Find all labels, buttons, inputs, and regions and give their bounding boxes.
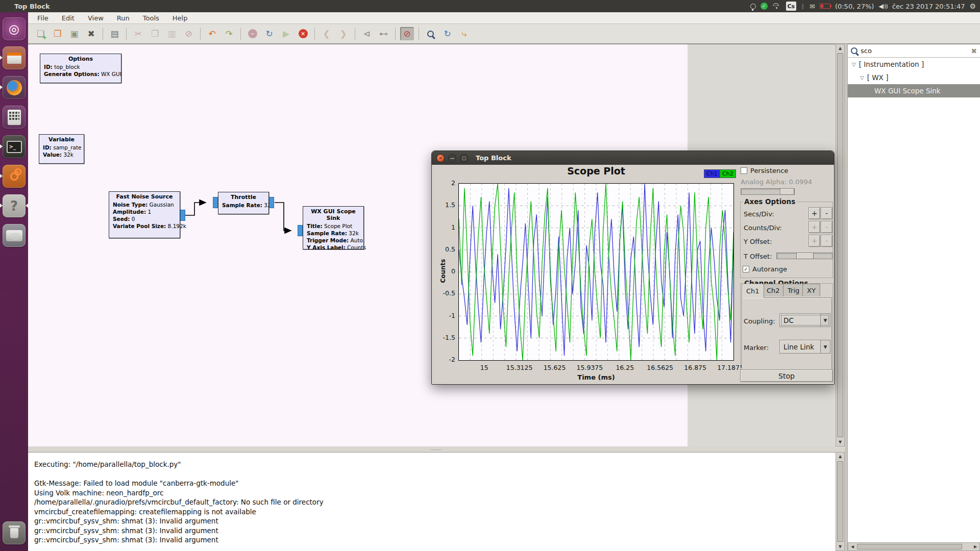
scope-sink-in-port[interactable] bbox=[298, 225, 303, 236]
minimize-icon[interactable]: — bbox=[448, 154, 456, 162]
marker-select[interactable]: Line Link ▼ bbox=[779, 340, 830, 354]
battery-status[interactable]: (0:50, 27%) bbox=[835, 2, 874, 11]
persistence-checkbox[interactable] bbox=[741, 167, 747, 174]
disk-utility-button[interactable] bbox=[3, 224, 26, 247]
volume-icon[interactable]: ◀))) bbox=[878, 2, 887, 11]
expander-icon[interactable]: ▽ bbox=[852, 62, 856, 67]
dash-home-button[interactable]: ◎ bbox=[3, 17, 26, 40]
execute-icon[interactable]: ▶ bbox=[279, 27, 293, 40]
clock[interactable]: čec 23 2017 20:51:47 bbox=[892, 2, 965, 11]
scroll-thumb[interactable] bbox=[857, 544, 962, 549]
copy-icon[interactable]: ❐ bbox=[148, 27, 162, 40]
scope-titlebar[interactable]: ✕ — □ Top Block bbox=[432, 151, 834, 165]
library-hscrollbar[interactable]: ◀ ▶ bbox=[848, 542, 980, 551]
block-variable[interactable]: Variable ID: samp_rateValue: 32k bbox=[39, 134, 84, 164]
session-gear-icon[interactable]: ⚙ bbox=[969, 2, 976, 11]
scroll-down-icon[interactable]: ▼ bbox=[836, 543, 844, 550]
menu-tools[interactable]: Tools bbox=[143, 14, 159, 22]
tree-category-instrumentation[interactable]: ▽ [ Instrumentation ] bbox=[848, 58, 980, 71]
scroll-down-icon[interactable]: ▼ bbox=[836, 438, 844, 446]
console-splitter[interactable]: ⸳⸳⸳⸳⸳⸳⸳ bbox=[28, 446, 845, 452]
counts-div-plus-button[interactable]: + bbox=[808, 221, 820, 233]
close-file-icon[interactable]: ✖ bbox=[84, 27, 98, 40]
chevron-down-icon[interactable]: ▼ bbox=[820, 340, 830, 353]
tree-item-wx-gui-scope-sink[interactable]: WX GUI Scope Sink bbox=[848, 84, 980, 97]
reload-icon[interactable]: ↻ bbox=[262, 27, 276, 40]
stop-button[interactable]: Stop bbox=[740, 369, 833, 382]
scroll-up-icon[interactable]: ▲ bbox=[836, 44, 844, 52]
maximize-icon[interactable]: □ bbox=[460, 154, 468, 162]
menu-view[interactable]: View bbox=[88, 14, 104, 22]
console-panel[interactable]: Executing: "/home/parallella/top_block.p… bbox=[28, 452, 836, 551]
gnuradio-companion-button[interactable] bbox=[3, 165, 26, 188]
secs-div-plus-button[interactable]: + bbox=[808, 207, 820, 219]
block-options[interactable]: Options ID: top_blockGenerate Options: W… bbox=[40, 54, 121, 83]
back-icon[interactable]: ❮ bbox=[320, 27, 333, 40]
paste-icon[interactable]: ▥ bbox=[165, 27, 179, 40]
update-shield-icon[interactable]: ✓ bbox=[761, 2, 768, 11]
forward-icon[interactable]: ❯ bbox=[336, 27, 350, 40]
errors-icon[interactable]: − bbox=[246, 27, 259, 40]
kill-icon[interactable]: ✕ bbox=[296, 27, 310, 40]
cut-icon[interactable]: ✂ bbox=[131, 27, 145, 40]
throttle-in-port[interactable] bbox=[213, 197, 218, 208]
disconnect-icon[interactable]: ⊷ bbox=[377, 27, 390, 40]
noise-out-port[interactable] bbox=[180, 210, 185, 221]
slider-thumb[interactable] bbox=[780, 188, 794, 195]
toggle-port-labels-icon[interactable]: ⊲ bbox=[360, 27, 374, 40]
delete-icon[interactable]: ⊘ bbox=[182, 27, 195, 40]
chevron-down-icon[interactable]: ▼ bbox=[820, 314, 830, 327]
tab-trig[interactable]: Trig bbox=[783, 284, 804, 296]
open-hier-icon[interactable]: ⤷ bbox=[457, 27, 471, 40]
hide-disabled-blocks-icon[interactable]: ⊘ bbox=[400, 27, 414, 40]
block-fast-noise-source[interactable]: Fast Noise Source Noise Type: GaussianAm… bbox=[109, 191, 180, 238]
block-wx-gui-scope-sink[interactable]: WX GUI Scope Sink Title: Scope PlotSampl… bbox=[303, 206, 364, 249]
tab-ch1[interactable]: Ch1 bbox=[742, 284, 764, 298]
clear-search-icon[interactable]: ✖ bbox=[971, 47, 977, 55]
undo-icon[interactable]: ↶ bbox=[205, 27, 219, 40]
tab-xy[interactable]: XY bbox=[802, 284, 820, 296]
block-throttle[interactable]: Throttle Sample Rate: 32k bbox=[218, 192, 269, 214]
menu-edit[interactable]: Edit bbox=[62, 14, 75, 22]
battery-icon[interactable] bbox=[820, 2, 830, 11]
tab-ch2[interactable]: Ch2 bbox=[762, 284, 785, 296]
autorange-checkbox[interactable]: ✓ bbox=[743, 266, 749, 272]
counts-div-minus-button[interactable]: - bbox=[821, 221, 832, 233]
expander-icon[interactable]: ▽ bbox=[860, 75, 864, 81]
wifi-icon[interactable]: ◠◠ bbox=[772, 2, 781, 11]
mail-icon[interactable]: ✉ bbox=[810, 2, 815, 11]
unknown-app-button[interactable]: ? bbox=[3, 194, 26, 217]
reload-blocks-icon[interactable]: ↻ bbox=[440, 27, 454, 40]
print-icon[interactable]: ▤ bbox=[108, 27, 121, 40]
coupling-select[interactable]: DC ▼ bbox=[779, 313, 830, 327]
y-offset-minus-button[interactable]: - bbox=[821, 235, 832, 247]
file-manager-button[interactable] bbox=[3, 46, 26, 69]
analog-alpha-slider[interactable] bbox=[741, 188, 795, 195]
menu-run[interactable]: Run bbox=[117, 14, 130, 22]
library-search-input[interactable] bbox=[861, 47, 968, 55]
scroll-left-icon[interactable]: ◀ bbox=[848, 543, 856, 550]
scroll-thumb[interactable] bbox=[837, 53, 843, 437]
t-offset-slider[interactable] bbox=[776, 253, 832, 259]
trash-button[interactable] bbox=[3, 521, 26, 544]
slider-thumb[interactable] bbox=[796, 253, 814, 259]
y-offset-plus-button[interactable]: + bbox=[808, 235, 820, 247]
lightbulb-icon[interactable] bbox=[750, 2, 756, 11]
open-file-icon[interactable]: ❐ bbox=[51, 27, 64, 40]
new-file-icon[interactable]: ❏ bbox=[34, 27, 47, 40]
firefox-button[interactable] bbox=[3, 76, 26, 99]
scroll-thumb[interactable] bbox=[837, 461, 843, 542]
canvas-vscrollbar[interactable]: ▲ ▼ bbox=[836, 44, 845, 446]
bluetooth-icon[interactable]: ᛒ bbox=[801, 2, 805, 11]
calculator-button[interactable] bbox=[3, 106, 26, 129]
terminal-button[interactable]: >_ bbox=[3, 135, 26, 158]
tree-category-wx[interactable]: ▽ [ WX ] bbox=[848, 71, 980, 84]
menu-file[interactable]: File bbox=[37, 14, 48, 22]
find-blocks-icon[interactable] bbox=[424, 27, 437, 40]
save-file-icon[interactable]: ▣ bbox=[67, 27, 81, 40]
keyboard-layout-indicator[interactable]: Cs bbox=[786, 2, 797, 11]
menu-help[interactable]: Help bbox=[173, 14, 188, 22]
redo-icon[interactable]: ↷ bbox=[222, 27, 236, 40]
console-vscrollbar[interactable]: ▲ ▼ bbox=[836, 452, 845, 551]
scroll-right-icon[interactable]: ▶ bbox=[971, 543, 979, 550]
